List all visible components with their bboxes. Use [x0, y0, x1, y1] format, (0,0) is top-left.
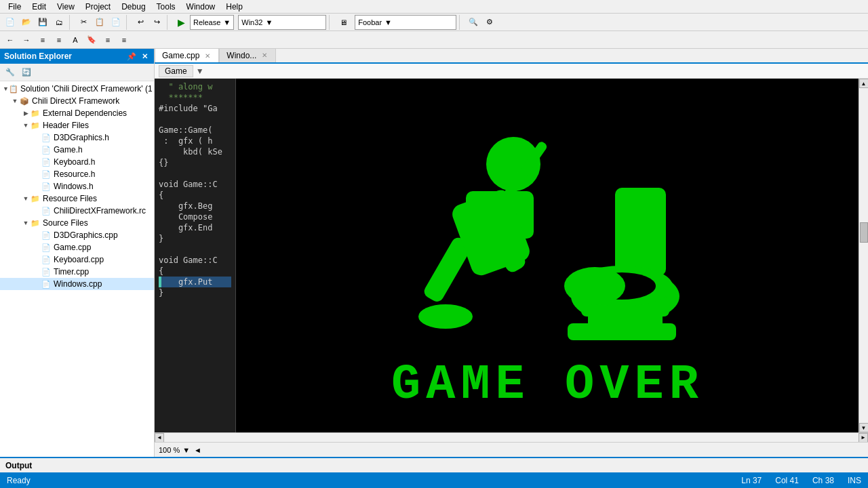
menu-project[interactable]: Project [80, 1, 116, 13]
status-ch: Ch 38 [812, 476, 834, 485]
se-timer-cpp-item[interactable]: 📄 Timer.cpp [0, 266, 154, 278]
status-right: Ln 37 Col 41 Ch 38 INS [741, 476, 861, 485]
list-button[interactable]: ≡ [100, 33, 115, 47]
scroll-track[interactable] [859, 88, 869, 423]
se-game-cpp-item[interactable]: 📄 Game.cpp [0, 241, 154, 253]
solution-arrow[interactable]: ▼ [3, 85, 9, 93]
scroll-thumb[interactable] [860, 222, 868, 243]
se-resource-h-item[interactable]: 📄 Resource.h [0, 168, 154, 180]
redo-button[interactable]: ↪ [149, 15, 164, 30]
solution-explorer-panel: Solution Explorer 📌 ✕ 🔧 🔄 ▼ 📋 Solution '… [0, 49, 155, 457]
settings-button[interactable]: ⚙ [482, 15, 497, 30]
menu-file[interactable]: File [3, 1, 26, 13]
se-windows-h-item[interactable]: 📄 Windows.h [0, 180, 154, 192]
se-windows-cpp-item[interactable]: 📄 Windows.cpp [0, 278, 154, 290]
run-button[interactable]: ▶ [174, 15, 189, 30]
se-pin-icon[interactable]: 📌 [125, 52, 138, 62]
menu-help[interactable]: Help [220, 1, 248, 13]
se-solution-item[interactable]: ▼ 📋 Solution 'Chili DirectX Framework' (… [0, 83, 154, 95]
se-keyboard-h-item[interactable]: 📄 Keyboard.h [0, 156, 154, 168]
build-config-dropdown[interactable]: Release ▼ [190, 15, 234, 30]
resource-h-spacer [33, 170, 41, 178]
new-file-button[interactable]: 📄 [3, 15, 18, 30]
save-button[interactable]: 💾 [35, 15, 50, 30]
source-files-arrow[interactable]: ▼ [22, 219, 30, 227]
header-files-arrow[interactable]: ▼ [22, 121, 30, 129]
scroll-down-button[interactable]: ▼ [859, 423, 869, 432]
code-line-16 [159, 244, 231, 255]
menu-view[interactable]: View [52, 1, 80, 13]
se-project-item[interactable]: ▼ 📦 Chili DirectX Framework [0, 95, 154, 107]
menu-edit[interactable]: Edit [26, 1, 52, 13]
solution-explorer-header: Solution Explorer 📌 ✕ [0, 49, 154, 64]
menu-debug[interactable]: Debug [116, 1, 151, 13]
se-chili-rc-item[interactable]: 📄 ChiliDirectXFramework.rc [0, 205, 154, 217]
se-header-files-item[interactable]: ▼ 📁 Header Files [0, 119, 154, 131]
menu-window[interactable]: Window [181, 1, 221, 13]
tab-game-cpp-label: Game.cpp [162, 51, 199, 60]
find-button[interactable]: 🔍 [466, 15, 481, 30]
zoom-bar: 100 % ▼ ◄ [155, 442, 868, 457]
zoom-dropdown-icon[interactable]: ▼ [182, 446, 190, 454]
project-dropdown[interactable]: Foobar ▼ [355, 15, 456, 30]
tab-game-cpp[interactable]: Game.cpp ✕ [155, 49, 219, 62]
list2-button[interactable]: ≡ [117, 33, 132, 47]
indent-button[interactable]: ≡ [35, 33, 50, 47]
code-line-13: Compose [159, 211, 231, 222]
ext-dep-arrow[interactable]: ▶ [22, 109, 30, 117]
comment-button[interactable]: A [68, 33, 83, 47]
platform-dropdown[interactable]: Win32 ▼ [238, 15, 326, 30]
copy-button[interactable]: 📋 [92, 15, 107, 30]
code-line-5: Game::Game( [159, 125, 231, 136]
tab-windows[interactable]: Windo... ✕ [219, 49, 276, 62]
solution-icon: 📋 [9, 83, 18, 94]
undo-button[interactable]: ↩ [133, 15, 148, 30]
se-keyboard-cpp-item[interactable]: 📄 Keyboard.cpp [0, 253, 154, 266]
resource-files-arrow[interactable]: ▼ [22, 195, 30, 203]
svg-point-13 [564, 267, 625, 305]
zoom-reset-button[interactable]: ◄ [194, 446, 201, 454]
se-close-icon[interactable]: ✕ [140, 52, 150, 62]
nav-dropdown-label[interactable]: Game [159, 65, 193, 77]
back-button[interactable]: ← [3, 33, 18, 47]
project-arrow[interactable]: ▼ [11, 97, 19, 105]
save-all-button[interactable]: 🗂 [52, 15, 66, 30]
code-line-20: } [159, 287, 231, 298]
d3d-cpp-spacer [33, 231, 41, 239]
forward-button[interactable]: → [19, 33, 34, 47]
se-properties-button[interactable]: 🔧 [3, 65, 18, 80]
hscroll-track[interactable] [164, 433, 859, 443]
code-line-6: : gfx ( h [159, 136, 231, 146]
unindent-button[interactable]: ≡ [52, 33, 66, 47]
se-d3dgraphics-h-item[interactable]: 📄 D3DGraphics.h [0, 131, 154, 144]
paste-button[interactable]: 📄 [108, 15, 123, 30]
se-d3dgraphics-cpp-item[interactable]: 📄 D3DGraphics.cpp [0, 229, 154, 241]
code-line-14: gfx.End [159, 222, 231, 233]
tab-bar: Game.cpp ✕ Windo... ✕ [155, 49, 868, 64]
code-line-7: kbd( kSe [159, 146, 231, 157]
open-button[interactable]: 📂 [19, 15, 34, 30]
nav-chevron: ▼ [196, 66, 204, 76]
se-game-h-item[interactable]: 📄 Game.h [0, 144, 154, 156]
tab-windows-close[interactable]: ✕ [260, 52, 269, 59]
se-source-files-item[interactable]: ▼ 📁 Source Files [0, 217, 154, 229]
keyboard-h-spacer [33, 158, 41, 166]
bookmark-button[interactable]: 🔖 [84, 33, 99, 47]
cut-button[interactable]: ✂ [76, 15, 91, 30]
status-bar: Ready Ln 37 Col 41 Ch 38 INS [0, 472, 868, 488]
code-line-18: { [159, 266, 231, 277]
game-cpp-spacer [33, 243, 41, 251]
se-external-deps-item[interactable]: ▶ 📁 External Dependencies [0, 107, 154, 119]
scroll-up-button[interactable]: ▲ [859, 79, 869, 88]
se-resource-files-item[interactable]: ▼ 📁 Resource Files [0, 192, 154, 205]
hscroll-left-button[interactable]: ◄ [155, 433, 164, 443]
code-editor[interactable]: " along w ******* #include "Ga Game::Gam… [155, 79, 236, 432]
se-refresh-button[interactable]: 🔄 [19, 65, 34, 80]
device-button[interactable]: 🖥 [336, 15, 351, 30]
hscroll-right-button[interactable]: ► [859, 433, 868, 443]
code-line-2: ******* [159, 92, 231, 103]
tab-game-cpp-close[interactable]: ✕ [203, 52, 212, 60]
code-line-15: } [159, 233, 231, 244]
menu-tools[interactable]: Tools [151, 1, 181, 13]
right-scrollbar[interactable]: ▲ ▼ [859, 79, 868, 432]
